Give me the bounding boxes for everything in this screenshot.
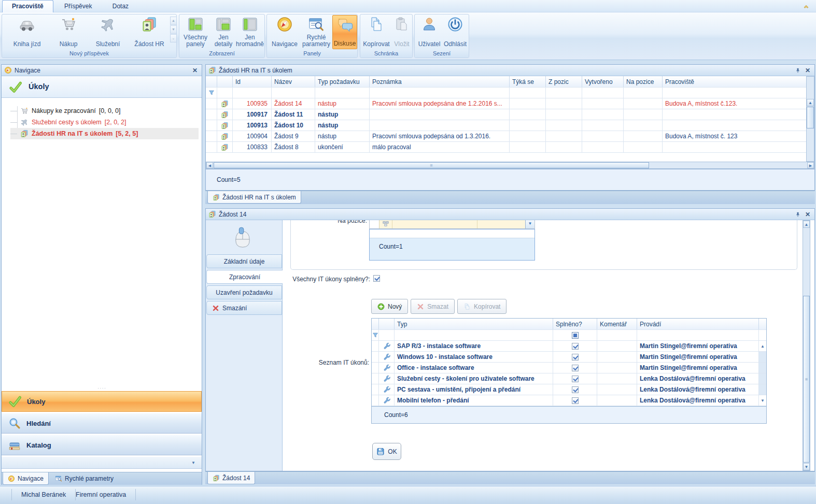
- column-header-id[interactable]: Id: [233, 76, 272, 87]
- request-row[interactable]: 100913 Žádost 10 nástup: [206, 120, 806, 131]
- pin-icon[interactable]: [795, 211, 801, 218]
- tab-zpracovani[interactable]: Zpracování: [206, 270, 283, 284]
- column-header-typ[interactable]: Typ: [395, 319, 553, 329]
- scroll-down-icon[interactable]: ▼: [170, 25, 177, 34]
- pin-icon[interactable]: [795, 67, 801, 74]
- scrollbar-thumb[interactable]: [807, 107, 814, 128]
- column-header-typ[interactable]: Typ požadavku: [315, 76, 370, 87]
- scroll-down-icon[interactable]: ▼: [761, 397, 765, 404]
- task-row[interactable]: Mobilní telefon - předání Lenka Dostálov…: [372, 395, 766, 406]
- tree-item-sluzebni-cesty[interactable]: Služební cesty s úkolem [2, 0, 2]: [10, 117, 126, 128]
- button-label: Uživatel: [418, 41, 441, 48]
- ribbon-tab-prispevek[interactable]: Příspěvek: [55, 1, 101, 12]
- novy-button[interactable]: Nový: [371, 299, 408, 314]
- scroll-up-icon[interactable]: ▲: [170, 17, 177, 25]
- ok-button[interactable]: OK: [372, 443, 401, 460]
- column-header-poznamka[interactable]: Poznámka: [370, 76, 510, 87]
- scroll-up-icon[interactable]: ▲: [761, 343, 765, 350]
- task-row[interactable]: PC sestava - umístění, připojení a předá…: [372, 384, 766, 395]
- kopirovat-button[interactable]: Kopírovat: [457, 299, 507, 314]
- column-header-pracoviste[interactable]: Pracoviště: [663, 76, 806, 87]
- diskuse-button[interactable]: Diskuse: [332, 15, 357, 49]
- column-header-tyka-se[interactable]: Týká se: [510, 76, 546, 87]
- tasks-filter-row[interactable]: [372, 330, 766, 341]
- column-header-komentar[interactable]: Komentář: [597, 319, 637, 329]
- grid-filter-row[interactable]: [206, 88, 806, 98]
- scroll-left-icon[interactable]: ◀: [206, 162, 213, 168]
- navigace-button[interactable]: Navigace: [269, 16, 300, 48]
- request-row[interactable]: 100904 Žádost 9 nástup Pracovní smlouva …: [206, 131, 806, 142]
- splneno-checkbox[interactable]: [572, 365, 579, 371]
- vlozit-button[interactable]: Vložit: [391, 16, 412, 48]
- grid-vscrollbar[interactable]: ▲: [806, 76, 814, 162]
- tab-zadosti-hr[interactable]: Žádosti HR na IT s úkolem: [207, 191, 301, 204]
- sidebar-button-ukoly[interactable]: Úkoly: [2, 391, 202, 412]
- tree-item-nakupy[interactable]: Nákupy ke zpracování [0, 0, 0]: [10, 105, 120, 117]
- sidebar-button-hledani[interactable]: Hledání: [2, 413, 202, 434]
- nakup-button[interactable]: Nákup: [52, 16, 85, 48]
- grid-hscrollbar[interactable]: ◀ ≡ ▶: [206, 162, 814, 169]
- tab-smazani[interactable]: Smazání: [206, 301, 282, 315]
- sluzebni-button[interactable]: Služební: [88, 16, 128, 48]
- collapse-ribbon-icon[interactable]: [803, 3, 810, 10]
- column-header-na-pozice[interactable]: Na pozice: [624, 76, 663, 87]
- scroll-right-icon[interactable]: ▶: [807, 162, 814, 168]
- splneno-checkbox[interactable]: [572, 397, 579, 404]
- request-row[interactable]: 100833 Žádost 8 ukončení málo pracoval: [206, 142, 806, 153]
- column-header-provadi[interactable]: Provádí: [637, 319, 759, 329]
- button-label: Jen hromadně: [235, 34, 264, 48]
- na-pozice-combo[interactable]: ▼: [369, 220, 535, 229]
- tree-item-zadosti-hr[interactable]: Žádosti HR na IT s úkolem [5, 2, 5]: [10, 128, 199, 139]
- close-icon[interactable]: ✕: [805, 67, 810, 74]
- kniha-jizd-button[interactable]: Kniha jízd: [6, 16, 48, 48]
- vsechny-panely-button[interactable]: Všechny panely: [181, 16, 209, 48]
- jen-hromadne-button[interactable]: Jen hromadně: [235, 16, 264, 48]
- tab-zakladni-udaje[interactable]: Základní údaje: [206, 254, 282, 268]
- splneno-checkbox[interactable]: [572, 376, 579, 382]
- chevron-down-icon[interactable]: ▼: [191, 460, 195, 465]
- task-row[interactable]: SAP R/3 - instalace software Martin Stin…: [372, 341, 766, 352]
- request-row[interactable]: 100935 Žádost 14 nástup Pracovní smlouva…: [206, 98, 806, 109]
- scroll-down-icon[interactable]: ▼: [803, 463, 810, 470]
- detail-vscrollbar[interactable]: ▲ ≡ ▼: [803, 220, 810, 471]
- task-row[interactable]: Windows 10 - instalace software Martin S…: [372, 352, 766, 363]
- scrollbar-thumb[interactable]: ≡: [803, 296, 810, 463]
- tab-rychle-parametry[interactable]: Rychlé parametry: [50, 472, 118, 485]
- splneno-checkbox[interactable]: [572, 386, 579, 393]
- overflow-icon[interactable]: ⌄: [170, 34, 177, 42]
- ribbon-tab-dotaz[interactable]: Dotaz: [103, 1, 138, 12]
- tab-zadost-14[interactable]: Žádost 14: [207, 472, 255, 484]
- jen-detaily-button[interactable]: Jen detaily: [210, 16, 236, 48]
- zadost-hr-button[interactable]: Žádost HR: [130, 16, 169, 48]
- scroll-up-icon[interactable]: ▲: [807, 99, 814, 106]
- odhlasit-button[interactable]: Odhlásit: [442, 16, 469, 48]
- close-icon[interactable]: ✕: [805, 211, 810, 218]
- task-row[interactable]: Office - instalace software Martin Sting…: [372, 363, 766, 373]
- all-done-checkbox[interactable]: [373, 275, 380, 282]
- close-icon[interactable]: ✕: [192, 67, 198, 74]
- rychle-parametry-button[interactable]: Rychlé parametry: [300, 16, 332, 48]
- column-header-z-pozic[interactable]: Z pozic: [546, 76, 582, 87]
- splitter-handle[interactable]: · · · ·: [2, 387, 202, 391]
- column-header-vytvoreno[interactable]: Vytvořeno: [582, 76, 624, 87]
- task-row[interactable]: Služební cesty - školení pro uživatele s…: [372, 373, 766, 384]
- smazat-button[interactable]: Smazat: [411, 299, 455, 314]
- column-header-splneno[interactable]: Splněno?: [553, 319, 597, 329]
- sidebar-button-katalog[interactable]: Katalog: [2, 435, 202, 455]
- column-header-nazev[interactable]: Název: [272, 76, 315, 87]
- request-row[interactable]: 100917 Žádost 11 nástup: [206, 109, 806, 120]
- ribbon-tab-pracoviste[interactable]: Pracoviště: [2, 0, 53, 12]
- tab-uzavreni-pozadavku[interactable]: Uzavření požadavku: [206, 285, 282, 299]
- scrollbar-thumb[interactable]: ≡: [214, 162, 649, 168]
- kopirovat-button[interactable]: Kopírovat: [361, 16, 391, 48]
- uzivatel-button[interactable]: Uživatel: [416, 16, 443, 48]
- splneno-checkbox[interactable]: [572, 343, 579, 350]
- tab-navigace[interactable]: Navigace: [3, 472, 49, 485]
- splneno-checkbox[interactable]: [572, 354, 579, 361]
- scroll-up-icon[interactable]: ▲: [803, 221, 810, 228]
- tab-label: Smazání: [222, 305, 247, 312]
- sidebar-overflow-row[interactable]: ▼: [2, 456, 202, 469]
- combo-dropdown-icon[interactable]: ▼: [525, 220, 534, 228]
- requests-panel: Žádosti HR na IT s úkolem ✕ Id Název Typ…: [205, 64, 815, 191]
- splneno-filter-checkbox[interactable]: [572, 332, 579, 339]
